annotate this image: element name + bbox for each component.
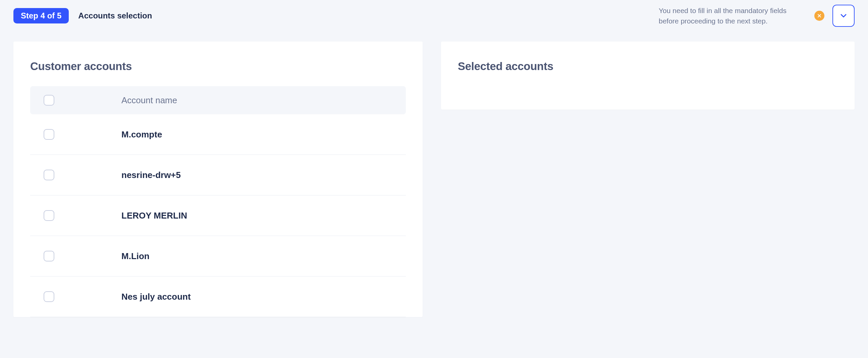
close-icon <box>817 13 822 19</box>
accounts-table-header: Account name <box>30 86 406 114</box>
customer-accounts-panel: Customer accounts Account name M.compte … <box>13 41 423 317</box>
dismiss-warning-button[interactable] <box>814 11 825 21</box>
column-header-account-name: Account name <box>121 95 177 106</box>
header-left: Step 4 of 5 Accounts selection <box>13 8 152 24</box>
content-area: Customer accounts Account name M.compte … <box>0 32 868 317</box>
customer-accounts-heading: Customer accounts <box>30 60 406 73</box>
account-checkbox[interactable] <box>43 210 54 221</box>
account-name: M.Lion <box>121 251 150 261</box>
selected-accounts-heading: Selected accounts <box>458 60 838 73</box>
warning-message: You need to fill in all the mandatory fi… <box>659 5 806 27</box>
table-row: M.compte <box>30 114 406 155</box>
account-checkbox[interactable] <box>43 129 54 140</box>
account-checkbox[interactable] <box>43 291 54 302</box>
expand-toggle-button[interactable] <box>832 5 855 27</box>
account-name: LEROY MERLIN <box>121 210 187 221</box>
page-title: Accounts selection <box>78 11 152 21</box>
table-row: Nes july account <box>30 276 406 317</box>
chevron-down-icon <box>839 11 848 21</box>
account-name: nesrine-drw+5 <box>121 170 181 180</box>
step-badge: Step 4 of 5 <box>13 8 69 24</box>
account-name: M.compte <box>121 129 162 140</box>
table-row: LEROY MERLIN <box>30 195 406 236</box>
selected-accounts-panel: Selected accounts <box>441 41 855 109</box>
table-row: nesrine-drw+5 <box>30 155 406 195</box>
header-bar: Step 4 of 5 Accounts selection You need … <box>0 0 868 32</box>
table-row: M.Lion <box>30 236 406 276</box>
account-checkbox[interactable] <box>43 251 54 261</box>
select-all-checkbox[interactable] <box>43 95 54 106</box>
account-checkbox[interactable] <box>43 170 54 180</box>
account-name: Nes july account <box>121 292 191 302</box>
header-right: You need to fill in all the mandatory fi… <box>659 5 855 27</box>
